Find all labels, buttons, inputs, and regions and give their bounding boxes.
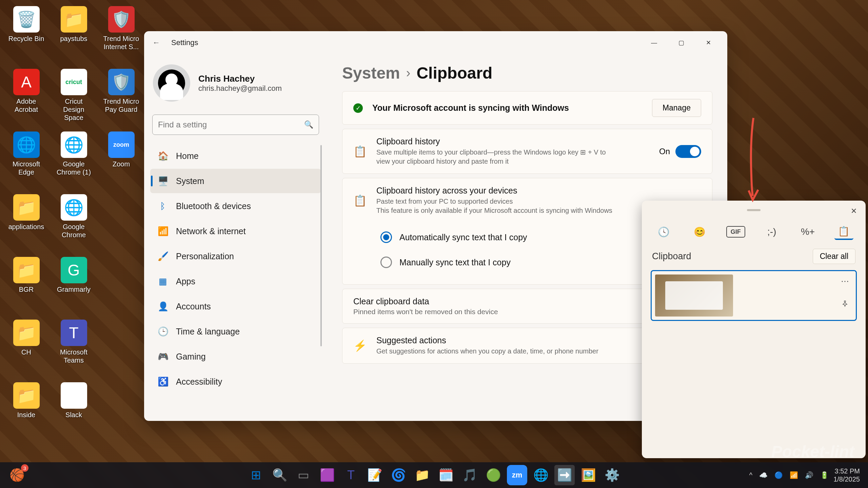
taskbar-app[interactable]: ⚙️	[602, 465, 622, 485]
desktop-icon-label: Trend Micro Internet S...	[101, 35, 141, 51]
window-title: Settings	[171, 38, 198, 47]
tray-icon[interactable]: 🔵	[774, 471, 783, 479]
profile-name: Chris Hachey	[198, 74, 282, 84]
desktop-icon[interactable]: 📁paystubs	[51, 3, 97, 64]
sidebar-item-network-internet[interactable]: 📶Network & internet	[150, 219, 321, 243]
taskbar-app[interactable]: 🟢	[483, 465, 504, 485]
sidebar-item-apps[interactable]: ▦Apps	[150, 269, 321, 293]
maximize-button[interactable]: ▢	[668, 34, 695, 51]
taskbar-center: ⊞🔍▭🟪T📝🌀📁🗓️🎵🟢zm🌐➡️🖼️⚙️	[246, 465, 622, 485]
pin-icon[interactable]	[841, 300, 849, 310]
sidebar-item-home[interactable]: 🏠Home	[150, 144, 321, 168]
across-title: Clipboard history across your devices	[376, 186, 701, 196]
taskbar-app[interactable]: 🗓️	[436, 465, 456, 485]
history-toggle[interactable]	[675, 145, 701, 158]
sidebar-item-personalization[interactable]: 🖌️Personalization	[150, 244, 321, 268]
desktop-icon[interactable]: TMicrosoft Teams	[51, 317, 97, 378]
desktop-icon[interactable]: GGrammarly	[51, 254, 97, 315]
radio-button-checked	[380, 231, 392, 243]
taskbar-app[interactable]: 🔍	[270, 465, 290, 485]
taskbar-app[interactable]: 🌐	[531, 465, 551, 485]
desktop-icon-label: Microsoft Edge	[6, 160, 46, 176]
manage-button[interactable]: Manage	[652, 99, 701, 117]
taskbar-app[interactable]: 🖼️	[578, 465, 598, 485]
breadcrumb-parent[interactable]: System	[342, 64, 400, 82]
drag-handle[interactable]	[747, 209, 761, 211]
desktop-icon-label: Zoom	[113, 160, 130, 168]
popup-tab[interactable]: %+	[798, 224, 817, 240]
desktop-icon[interactable]: 📁BGR	[3, 254, 49, 315]
taskbar-clock[interactable]: 3:52 PM 1/8/2025	[833, 467, 860, 483]
desktop-icon[interactable]: 🌐Microsoft Edge	[3, 129, 49, 190]
tray-icon[interactable]: 🔊	[805, 471, 813, 479]
popup-tab[interactable]: 😊	[690, 224, 709, 240]
sidebar-item-accounts[interactable]: 👤Accounts	[150, 294, 321, 319]
desktop-icon[interactable]: 🌐Google Chrome	[51, 191, 97, 252]
desktop-icon[interactable]: 🛡️Trend Micro Pay Guard	[98, 66, 144, 127]
popup-tab[interactable]: GIF	[726, 226, 745, 238]
popup-close-button[interactable]: ✕	[847, 205, 860, 218]
minimize-button[interactable]: —	[640, 34, 668, 51]
app-icon: A	[13, 69, 40, 95]
taskbar-app[interactable]: zm	[507, 465, 527, 485]
clear-all-button[interactable]: Clear all	[813, 249, 855, 264]
profile-section[interactable]: Chris Hachey chris.hachey@gmail.com	[150, 58, 321, 112]
popup-tab[interactable]: ;-)	[762, 224, 781, 240]
nav-label: System	[176, 176, 204, 186]
clipboard-item[interactable]: ⋯	[651, 270, 857, 321]
taskbar-app[interactable]: 📁	[412, 465, 432, 485]
sidebar-item-bluetooth-devices[interactable]: ᛒBluetooth & devices	[150, 194, 321, 218]
desktop-icon-label: Microsoft Teams	[54, 348, 94, 364]
sidebar-item-time-language[interactable]: 🕒Time & language	[150, 319, 321, 344]
sidebar-item-system[interactable]: 🖥️System	[150, 169, 321, 193]
tray-icon[interactable]: 🔋	[820, 471, 829, 479]
taskbar-app[interactable]: ▭	[293, 465, 314, 485]
nav-icon: 🖥️	[158, 176, 168, 186]
settings-body: Chris Hachey chris.hachey@gmail.com 🔍 🏠H…	[144, 54, 727, 421]
desktop-icon[interactable]: 🛡️Trend Micro Internet S...	[98, 3, 144, 64]
taskbar-app[interactable]: 📝	[364, 465, 385, 485]
sync-status-text: Your Microsoft account is syncing with W…	[372, 103, 643, 113]
back-button[interactable]: ←	[150, 38, 163, 47]
desktop-icon[interactable]: cricutCricut Design Space	[51, 66, 97, 127]
taskbar-app[interactable]: 🎵	[459, 465, 480, 485]
system-tray[interactable]: ^☁️🔵📶🔊🔋	[749, 471, 829, 479]
taskbar-app[interactable]: ➡️	[554, 465, 575, 485]
nav-icon: 👤	[158, 301, 168, 312]
desktop-icon[interactable]: 🌐Google Chrome (1)	[51, 129, 97, 190]
popup-title: Clipboard	[652, 251, 691, 262]
taskbar-app[interactable]: ⊞	[246, 465, 266, 485]
tray-icon[interactable]: 📶	[790, 471, 798, 479]
app-icon: 🌐	[13, 131, 40, 158]
clipboard-item-actions: ⋯	[837, 274, 852, 312]
search-input[interactable]	[158, 120, 304, 129]
desktop-icon[interactable]: AAdobe Acrobat	[3, 66, 49, 127]
sidebar-item-gaming[interactable]: 🎮Gaming	[150, 344, 321, 369]
close-button[interactable]: ✕	[695, 34, 722, 51]
widget-badge: 3	[21, 464, 28, 472]
sidebar-item-accessibility[interactable]: ♿Accessibility	[150, 369, 321, 394]
taskbar-app[interactable]: 🌀	[388, 465, 409, 485]
desktop-icon[interactable]: ✱Slack	[51, 380, 97, 441]
sync-status-card: ✓ Your Microsoft account is syncing with…	[342, 91, 712, 125]
breadcrumb-current: Clipboard	[416, 64, 492, 82]
desktop-icon[interactable]: zoomZoom	[98, 129, 144, 190]
app-icon: cricut	[61, 69, 87, 95]
taskbar-app[interactable]: 🟪	[317, 465, 337, 485]
desktop-icon[interactable]: 🗑️Recycle Bin	[3, 3, 49, 64]
desktop-icon-label: Google Chrome (1)	[54, 160, 94, 176]
more-icon[interactable]: ⋯	[841, 277, 849, 286]
popup-tab[interactable]: 🕓	[654, 224, 673, 240]
desktop-icon[interactable]: 📁Inside	[3, 380, 49, 441]
search-box[interactable]: 🔍	[152, 115, 319, 135]
taskbar-app[interactable]: T	[341, 465, 361, 485]
clipboard-icon: 📋	[353, 145, 367, 158]
tray-icon[interactable]: ^	[749, 471, 752, 479]
taskbar-widget[interactable]: 🏀3	[7, 465, 27, 485]
app-icon: 🗑️	[13, 6, 40, 33]
popup-tab[interactable]: 📋	[834, 224, 853, 240]
desktop-icon-label: Slack	[65, 411, 82, 419]
desktop-icon[interactable]: 📁CH	[3, 317, 49, 378]
desktop-icon[interactable]: 📁applications	[3, 191, 49, 252]
tray-icon[interactable]: ☁️	[759, 471, 768, 479]
